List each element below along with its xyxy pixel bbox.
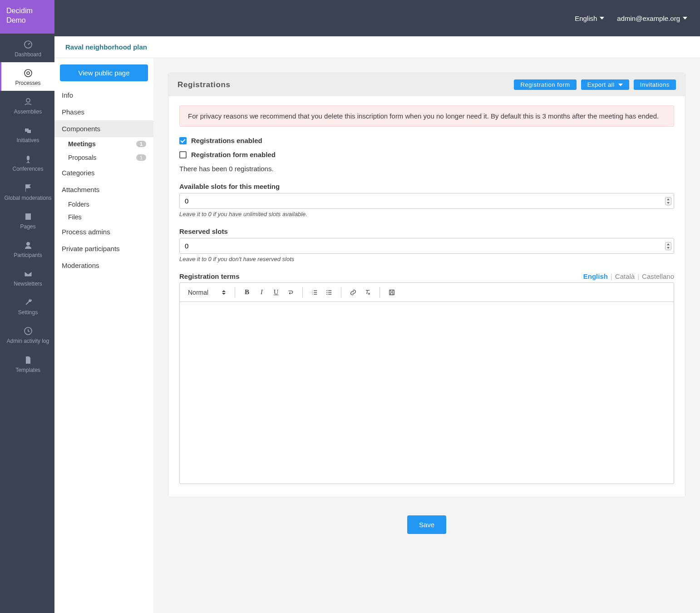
italic-button[interactable]: I	[255, 286, 268, 299]
nav-admin-activity-log[interactable]: Admin activity log	[0, 320, 54, 349]
sidebar-item-info[interactable]: Info	[54, 87, 153, 104]
unordered-list-button[interactable]	[323, 286, 335, 299]
sidebar-item-private-participants[interactable]: Private participants	[54, 240, 153, 257]
card-title: Registrations	[177, 80, 230, 89]
invitations-button[interactable]: Invitations	[634, 79, 676, 90]
svg-rect-6	[25, 213, 31, 220]
nav-label: Assemblies	[14, 109, 42, 115]
nav-settings[interactable]: Settings	[0, 292, 54, 320]
nav-dashboard[interactable]: Dashboard	[0, 34, 54, 62]
registrations-enabled-checkbox[interactable]	[179, 137, 187, 144]
sidebar-item-categories[interactable]: Categories	[54, 164, 153, 181]
brand-logo[interactable]: Decidim Demo	[0, 0, 54, 34]
clear-format-button[interactable]	[361, 286, 374, 299]
user-dropdown[interactable]: admin@example.org	[617, 15, 687, 22]
main-sidebar: Decidim Demo Dashboard Processes Assembl…	[0, 0, 54, 613]
conferences-icon	[23, 153, 34, 164]
lang-tab-catala[interactable]: Català	[615, 272, 635, 280]
line-break-icon	[287, 289, 294, 296]
registration-form-button[interactable]: Registration form	[514, 79, 576, 90]
select-caret-icon	[222, 290, 226, 295]
sidebar-subitem-folders[interactable]: Folders	[54, 198, 153, 211]
svg-point-3	[26, 99, 30, 102]
registration-form-enabled-checkbox[interactable]	[179, 151, 187, 158]
reserved-slots-help: Leave it to 0 if you don't have reserved…	[179, 256, 674, 262]
svg-rect-20	[328, 294, 331, 294]
export-all-button[interactable]: Export all	[581, 79, 629, 90]
privacy-alert: For privacy reasons we recommend that yo…	[179, 105, 674, 127]
nav-label: Processes	[15, 80, 40, 86]
nav-label: Conferences	[12, 166, 43, 172]
format-select[interactable]: Normal	[184, 288, 229, 297]
user-label: admin@example.org	[617, 15, 680, 22]
secondary-sidebar: View public page Info Phases Components …	[54, 58, 153, 613]
checkbox-label: Registrations enabled	[191, 137, 262, 144]
stepper-icon[interactable]	[665, 197, 671, 205]
nav-assemblies[interactable]: Assemblies	[0, 91, 54, 119]
count-badge: 1	[136, 141, 146, 147]
lang-tab-castellano[interactable]: Castellano	[642, 272, 674, 280]
toolbar-divider	[341, 287, 341, 298]
available-slots-input[interactable]	[179, 193, 674, 209]
nav-participants[interactable]: Participants	[0, 234, 54, 263]
sidebar-item-phases[interactable]: Phases	[54, 104, 153, 120]
sidebar-item-attachments[interactable]: Attachments	[54, 181, 153, 198]
card-header: Registrations Registration form Export a…	[168, 73, 685, 96]
available-slots-field	[179, 193, 674, 209]
link-button[interactable]	[347, 286, 360, 299]
nav-conferences[interactable]: Conferences	[0, 148, 54, 177]
registration-form-enabled-row: Registration form enabled	[179, 151, 674, 158]
save-icon-button[interactable]	[385, 286, 398, 299]
stepper-icon[interactable]	[665, 242, 671, 250]
view-public-page-button[interactable]: View public page	[60, 64, 148, 81]
caret-down-icon	[618, 84, 623, 86]
editor-toolbar: Normal B I U 123	[180, 283, 674, 302]
sidebar-subitem-meetings[interactable]: Meetings 1	[54, 137, 153, 151]
nav-label: Pages	[20, 224, 35, 230]
pages-icon	[23, 211, 34, 222]
save-icon	[388, 289, 395, 296]
breadcrumb: Raval neighborhood plan	[54, 36, 700, 58]
language-dropdown[interactable]: English	[575, 15, 604, 22]
count-badge: 1	[136, 154, 146, 161]
nav-pages[interactable]: Pages	[0, 206, 54, 234]
registrations-enabled-row: Registrations enabled	[179, 137, 674, 144]
nav-newsletters[interactable]: Newsletters	[0, 263, 54, 292]
clear-format-icon	[364, 289, 371, 296]
nav-label: Settings	[18, 310, 38, 316]
toolbar-divider	[302, 287, 303, 298]
nav-label: Admin activity log	[7, 338, 49, 344]
svg-rect-18	[328, 290, 331, 291]
nav-templates[interactable]: Templates	[0, 349, 54, 378]
bold-button[interactable]: B	[241, 286, 253, 299]
nav-initiatives[interactable]: Initiatives	[0, 119, 54, 148]
svg-point-17	[326, 294, 327, 295]
underline-button[interactable]: U	[270, 286, 282, 299]
lang-tab-english[interactable]: English	[583, 272, 608, 280]
save-button[interactable]: Save	[407, 515, 446, 534]
sidebar-item-moderations[interactable]: Moderations	[54, 257, 153, 274]
nav-processes[interactable]: Processes	[0, 62, 54, 91]
language-label: English	[575, 15, 597, 22]
svg-point-15	[326, 290, 327, 291]
envelope-icon	[23, 268, 34, 279]
top-bar: English admin@example.org	[54, 0, 700, 36]
reserved-slots-input[interactable]	[179, 238, 674, 254]
line-break-button[interactable]	[284, 286, 297, 299]
nav-global-moderations[interactable]: Global moderations	[0, 177, 54, 206]
toolbar-divider	[235, 287, 235, 298]
svg-point-2	[27, 72, 30, 74]
page-title[interactable]: Raval neighborhood plan	[65, 43, 147, 51]
sidebar-subitem-files[interactable]: Files	[54, 211, 153, 223]
ordered-list-button[interactable]: 123	[308, 286, 321, 299]
svg-point-7	[26, 242, 30, 246]
sidebar-item-components[interactable]: Components	[54, 120, 153, 137]
dashboard-icon	[23, 39, 34, 50]
content-area: Registrations Registration form Export a…	[153, 58, 700, 613]
sidebar-subitem-proposals[interactable]: Proposals 1	[54, 151, 153, 164]
nav-label: Global moderations	[4, 195, 51, 201]
svg-rect-19	[328, 292, 331, 292]
editor-body[interactable]	[180, 302, 674, 484]
sidebar-item-process-admins[interactable]: Process admins	[54, 223, 153, 240]
registrations-count-text: There has been 0 registrations.	[179, 165, 674, 173]
